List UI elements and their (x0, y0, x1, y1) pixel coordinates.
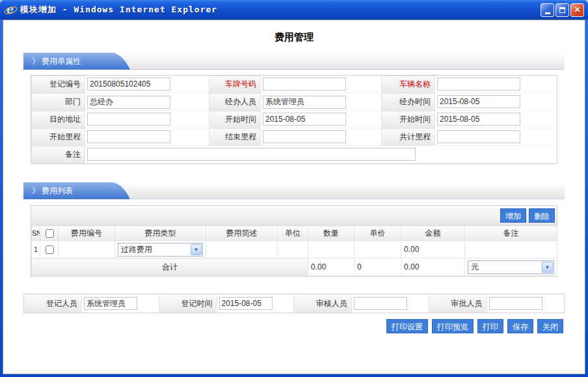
label-register-time: 登记时间 (159, 294, 217, 313)
label-plate-number: 车牌号码 (209, 76, 261, 93)
col-expense-type: 费用类型 (115, 226, 206, 241)
approver-group: 审批人员 (429, 294, 565, 313)
expense-type-select[interactable]: 过路费用 ▼ (118, 243, 203, 257)
save-button[interactable]: 保存 (507, 319, 533, 333)
col-remark: 备注 (465, 226, 557, 241)
print-preview-button[interactable]: 打印预览 (432, 319, 474, 333)
window-controls: ✕ (541, 3, 584, 17)
plate-number-input[interactable] (263, 77, 346, 91)
select-all-checkbox[interactable] (46, 229, 54, 238)
title-bar: e 模块增加 - Windows Internet Explorer ✕ (0, 0, 588, 20)
label-registrar: 登记人员 (24, 294, 82, 313)
page-content: 费用管理 》 费用单属性 登记编号 车牌号码 车辆名称 部门 经办人员 经办时间… (3, 20, 585, 374)
vehicle-name-input[interactable] (437, 77, 520, 91)
registrar-input[interactable] (84, 297, 137, 310)
totals-currency-cell: 元 ▼ (465, 258, 557, 276)
currency-value: 元 (471, 262, 479, 273)
expense-list-toolbar: 增加 删除 (31, 206, 557, 225)
row-sn: 1 (32, 241, 40, 258)
label-register-no: 登记编号 (31, 76, 85, 93)
totals-quantity: 0.00 (308, 258, 354, 276)
action-buttons: 打印设置 打印预览 打印 保存 关闭 (3, 319, 563, 333)
delete-row-button[interactable]: 删除 (529, 208, 555, 223)
department-input[interactable] (87, 96, 170, 109)
maximize-icon (559, 7, 565, 13)
expense-table-header-row: SN 费用编号 费用类型 费用简述 单位 数量 单价 金额 备注 (32, 226, 557, 241)
section-header-expense-list: 》 费用列表 (23, 182, 565, 199)
label-vehicle-name: 车辆名称 (381, 76, 435, 93)
label-auditor: 审核人员 (294, 294, 352, 313)
total-mileage-input[interactable] (437, 130, 520, 143)
approver-input[interactable] (489, 297, 542, 310)
label-destination: 目的地址 (31, 111, 85, 128)
expense-table: SN 费用编号 费用类型 费用简述 单位 数量 单价 金额 备注 1 (31, 225, 557, 276)
expense-table-row: 1 过路费用 ▼ 0.00 (32, 241, 557, 258)
label-start-date-2: 开始时间 (381, 111, 435, 128)
totals-amount: 0.00 (401, 258, 465, 276)
destination-input[interactable] (87, 113, 170, 126)
remark-input[interactable] (87, 148, 416, 161)
register-time-group: 登记时间 (159, 294, 295, 313)
handle-date-input[interactable] (437, 95, 520, 108)
row-unit (278, 241, 308, 258)
label-department: 部门 (31, 93, 85, 111)
window-title: 模块增加 - Windows Internet Explorer (20, 4, 541, 16)
col-select (40, 226, 59, 241)
close-button[interactable]: ✕ (570, 3, 584, 17)
label-approver: 审批人员 (429, 294, 487, 313)
expense-attributes-form: 登记编号 车牌号码 车辆名称 部门 经办人员 经办时间 目的地址 开始时间 开始… (31, 75, 557, 164)
auditor-group: 审核人员 (294, 294, 429, 313)
section-tab-attributes: 》 费用单属性 (23, 53, 133, 70)
label-handle-date: 经办时间 (381, 93, 435, 111)
section-tab-expense-list: 》 费用列表 (23, 182, 133, 199)
minimize-button[interactable] (541, 3, 554, 17)
row-description (206, 241, 278, 258)
row-amount: 0.00 (401, 241, 465, 258)
print-button[interactable]: 打印 (477, 319, 503, 333)
chevron-down-icon: ▼ (542, 262, 553, 273)
col-description: 费用简述 (206, 226, 278, 241)
totals-label: 合计 (32, 258, 308, 276)
page-title: 费用管理 (3, 31, 585, 44)
row-expense-type-cell: 过路费用 ▼ (115, 241, 206, 258)
start-date-input[interactable] (263, 113, 346, 126)
col-unit-price: 单价 (354, 226, 401, 241)
end-mileage-input[interactable] (263, 130, 346, 143)
row-checkbox[interactable] (46, 245, 54, 254)
close-page-button[interactable]: 关闭 (537, 319, 563, 333)
browser-window: e 模块增加 - Windows Internet Explorer ✕ 费用管… (0, 0, 588, 377)
handler-input[interactable] (263, 96, 346, 109)
label-handler: 经办人员 (209, 93, 261, 111)
start-mileage-input[interactable] (87, 130, 170, 143)
col-amount: 金额 (401, 226, 465, 241)
auditor-input[interactable] (354, 297, 407, 310)
expense-table-totals-row: 合计 0.00 0 0.00 元 ▼ (32, 258, 557, 276)
audit-info-row: 登记人员 登记时间 审核人员 审批人员 (23, 294, 565, 313)
label-end-mileage: 结束里程 (209, 128, 261, 146)
label-start-mileage: 开始里程 (31, 128, 85, 146)
chevron-down-icon: ▼ (191, 244, 202, 255)
internet-explorer-icon: e (4, 3, 17, 16)
row-unit-price (354, 241, 401, 258)
col-expense-no: 费用编号 (59, 226, 115, 241)
row-quantity (308, 241, 354, 258)
start-date-2-input[interactable] (437, 113, 520, 126)
maximize-button[interactable] (555, 3, 569, 17)
totals-unit-price: 0 (354, 258, 401, 276)
label-total-mileage: 共计里程 (381, 128, 435, 146)
col-sn: SN (32, 226, 40, 241)
minimize-icon (545, 12, 550, 14)
add-row-button[interactable]: 增加 (500, 208, 526, 223)
currency-select[interactable]: 元 ▼ (468, 260, 554, 274)
col-unit: 单位 (278, 226, 308, 241)
register-no-input[interactable] (87, 77, 170, 91)
register-time-input[interactable] (219, 297, 273, 310)
registrar-group: 登记人员 (24, 294, 159, 313)
section-header-attributes: 》 费用单属性 (23, 53, 565, 70)
col-quantity: 数量 (308, 226, 354, 241)
expense-list-panel: 增加 删除 SN 费用编号 费用类型 费用简述 单位 数量 单价 金额 (31, 205, 557, 277)
label-remark: 备注 (31, 146, 85, 163)
close-icon: ✕ (574, 5, 580, 14)
row-expense-no (59, 241, 115, 258)
print-settings-button[interactable]: 打印设置 (386, 319, 428, 333)
